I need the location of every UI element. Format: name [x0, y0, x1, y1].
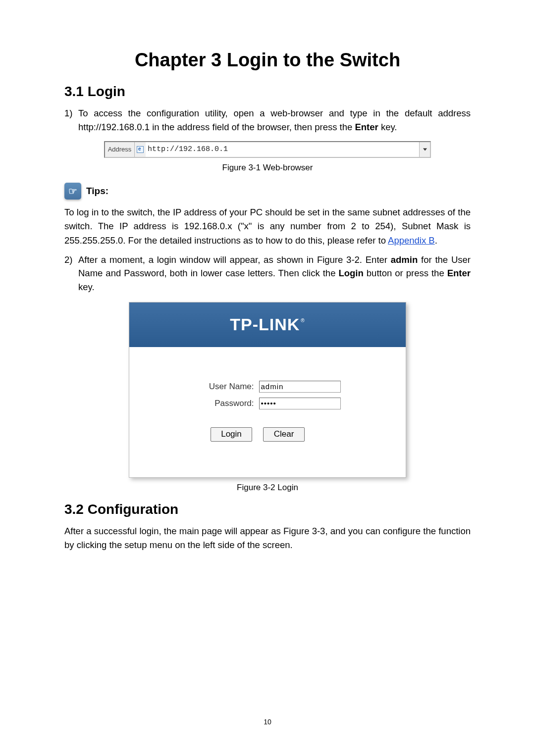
- tips-label: Tips:: [86, 186, 108, 197]
- step-1-pre: To access the configuration utility, ope…: [78, 108, 471, 132]
- appendix-b-link[interactable]: Appendix B: [388, 235, 435, 246]
- section-title-configuration: 3.2 Configuration: [64, 502, 471, 517]
- tips-heading: ☞ Tips:: [64, 183, 471, 200]
- tips-icon: ☞: [64, 183, 81, 200]
- username-row: User Name:: [195, 381, 341, 393]
- step-1-bold: Enter: [355, 122, 378, 132]
- step-2-number: 2): [64, 253, 78, 294]
- ie-page-icon: [135, 142, 146, 157]
- tips-paragraph: To log in to the switch, the IP address …: [64, 205, 471, 248]
- step-1-post: key.: [378, 122, 397, 132]
- tp-link-logo: TP-LINK®: [230, 315, 305, 334]
- login-box: TP-LINK® User Name: Password: Login Clea…: [129, 302, 406, 478]
- username-label: User Name:: [195, 382, 259, 392]
- tips-text-post: .: [435, 235, 437, 246]
- step-2-b2: Login: [338, 268, 363, 278]
- address-bar-figure: Address: [104, 141, 471, 158]
- address-bar: Address: [104, 141, 431, 158]
- login-button[interactable]: Login: [211, 427, 252, 442]
- password-label: Password:: [195, 399, 259, 408]
- figure-2-caption: Figure 3-2 Login: [64, 483, 471, 493]
- registered-mark: ®: [301, 318, 305, 323]
- step-2-text: After a moment, a login window will appe…: [78, 253, 471, 294]
- step-1-number: 1): [64, 106, 78, 134]
- step-2: 2) After a moment, a login window will a…: [64, 253, 471, 294]
- address-bar-label: Address: [105, 142, 135, 157]
- step-2-b1: admin: [391, 254, 418, 265]
- logo-text: TP-LINK: [230, 315, 300, 334]
- step-1: 1) To access the configuration utility, …: [64, 106, 471, 134]
- step-2-b3: Enter: [447, 268, 471, 278]
- login-figure: TP-LINK® User Name: Password: Login Clea…: [64, 302, 471, 478]
- page-number: 10: [0, 718, 535, 726]
- chapter-title: Chapter 3 Login to the Switch: [64, 50, 471, 71]
- section-title-login: 3.1 Login: [64, 84, 471, 100]
- step-2-t3: button or press the: [364, 268, 447, 278]
- clear-button[interactable]: Clear: [263, 427, 305, 442]
- svg-marker-0: [423, 148, 427, 151]
- configuration-paragraph: After a successful login, the main page …: [64, 524, 471, 553]
- login-form: User Name: Password: Login Clear: [129, 347, 406, 442]
- login-button-row: Login Clear: [211, 427, 324, 442]
- address-input[interactable]: [146, 142, 419, 157]
- figure-1-caption: Figure 3-1 Web-browser: [64, 163, 471, 173]
- address-dropdown-button[interactable]: [419, 142, 430, 157]
- password-input[interactable]: [259, 398, 341, 409]
- step-2-t4: key.: [78, 282, 95, 292]
- step-2-t1: After a moment, a login window will appe…: [78, 254, 391, 265]
- login-header: TP-LINK®: [129, 302, 406, 347]
- username-input[interactable]: [259, 381, 341, 393]
- chevron-down-icon: [423, 148, 427, 151]
- password-row: Password:: [195, 398, 341, 409]
- step-1-text: To access the configuration utility, ope…: [78, 106, 471, 134]
